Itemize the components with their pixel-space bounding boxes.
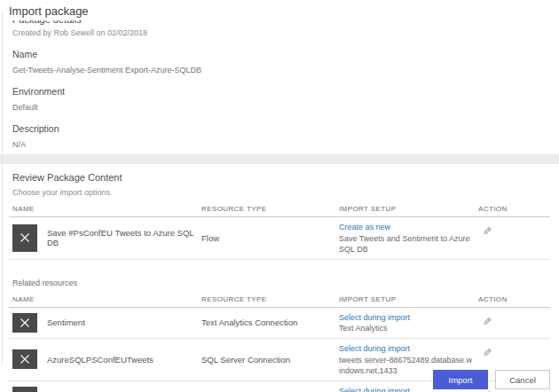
import-setup-value: Text Analytics [339,323,474,334]
import-button[interactable]: Import [433,370,488,389]
table-header-row: NAME RESOURCE TYPE IMPORT SETUP ACTION [9,292,550,308]
section-divider [0,154,559,164]
import-setup-cell: Create as new Save Tweets and Sentiment … [339,221,478,255]
x-glyph-icon [20,232,30,243]
resource-type-cell: SQL Server Connection [201,342,339,377]
name-value: Get-Tweets-Analyse-Sentiment Export-Azur… [12,66,559,74]
name-label: Name [12,49,559,59]
select-during-import-link[interactable]: Select during import [339,312,478,324]
column-header-resource-type: RESOURCE TYPE [201,295,339,303]
cancel-button[interactable]: Cancel [495,370,550,389]
x-glyph-icon [20,318,30,328]
table-row: Save #PsConfEU Tweets to Azure SQL DB Fl… [9,217,550,260]
resource-type-cell: Twitter Connection [201,385,339,392]
review-package-content-subtext: Choose your import options. [12,188,559,197]
column-header-import-setup: IMPORT SETUP [339,295,478,303]
environment-value: Default [12,103,559,112]
table-row: Sentiment Text Analytics Connection Sele… [9,308,550,339]
resource-name-cell: sqldbawithbeard [12,385,201,392]
resource-name: AzureSQLPSConfEUTweets [47,355,154,365]
package-details-heading: Package details [12,20,559,26]
table-header-row: NAME RESOURCE TYPE IMPORT SETUP ACTION [9,201,550,217]
related-resources-heading: Related resources [12,278,559,287]
edit-pencil-icon[interactable]: ✎ [483,316,492,328]
description-value: N/A [12,140,559,149]
dialog-footer: Import Cancel [433,370,550,389]
import-setup-value: Save Tweets and Sentiment to Azure SQL D… [339,233,474,255]
x-glyph-icon [20,354,30,365]
connection-icon[interactable] [12,313,37,333]
resource-name-cell: AzureSQLPSConfEUTweets [12,342,201,377]
column-header-resource-type: RESOURCE TYPE [201,205,339,213]
create-as-new-link[interactable]: Create as new [339,222,478,233]
resource-name-cell: Sentiment [12,311,201,334]
environment-label: Environment [12,86,559,97]
package-content-table: NAME RESOURCE TYPE IMPORT SETUP ACTION S… [9,201,550,260]
connection-icon[interactable] [12,349,37,369]
flow-icon[interactable] [12,224,37,252]
column-header-action: ACTION [478,205,550,213]
column-header-name: NAME [12,295,201,303]
resource-name-cell: Save #PsConfEU Tweets to Azure SQL DB [12,221,201,255]
import-setup-cell: Select during import Text Analytics [339,311,478,334]
resource-name: Save #PsConfEU Tweets to Azure SQL DB [47,228,201,247]
edit-pencil-icon[interactable]: ✎ [483,347,492,359]
panel-left-rule [2,12,3,365]
select-during-import-link[interactable]: Select during import [339,343,478,355]
column-header-action: ACTION [478,295,550,303]
import-package-dialog: Import package Package details Created b… [0,0,559,392]
package-details-heading-clipped: Package details [12,20,559,26]
resource-type-cell: Text Analytics Connection [201,311,339,334]
column-header-import-setup: IMPORT SETUP [339,205,478,213]
page-title: Import package [9,4,559,18]
connection-icon[interactable] [12,387,37,392]
resource-name: Sentiment [47,318,85,327]
action-cell: ✎ [478,221,550,255]
resource-type-cell: Flow [201,221,339,255]
action-cell: ✎ [478,311,550,334]
created-by-text: Created by Rob Sewell on 02/02/2018 [12,28,559,37]
description-label: Description [12,123,559,134]
review-package-content-heading: Review Package Content [12,172,559,183]
column-header-name: NAME [12,205,201,213]
edit-pencil-icon[interactable]: ✎ [483,225,492,238]
